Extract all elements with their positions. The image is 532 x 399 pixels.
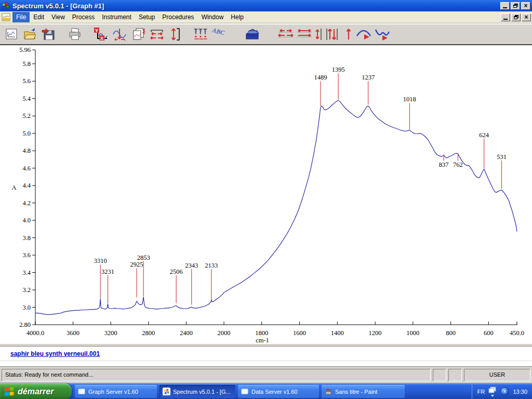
- shift-up-icon: [345, 27, 352, 42]
- stretch-horizontal-button[interactable]: [295, 25, 314, 44]
- task-button-window[interactable]: Graph Server v1.60: [75, 385, 157, 398]
- save-button[interactable]: [39, 25, 58, 44]
- start-button[interactable]: démarrer: [0, 383, 72, 399]
- keyboard-layout-widget[interactable]: [488, 387, 497, 397]
- expand-x-button[interactable]: [148, 25, 166, 44]
- mdi-minimize-button[interactable]: [501, 14, 510, 21]
- mdi-window-controls: ×: [500, 14, 531, 21]
- windows-flag-icon: [4, 387, 15, 397]
- status-panel-1: [433, 369, 446, 381]
- minimize-button[interactable]: [500, 2, 510, 10]
- print-button[interactable]: [65, 25, 84, 44]
- peak-label: 531: [497, 153, 507, 161]
- x-tick-label: 2000: [218, 329, 231, 337]
- x-tick-label: 800: [446, 329, 456, 337]
- menu-item-file[interactable]: File: [12, 12, 30, 22]
- peak-label: 1018: [403, 96, 416, 103]
- menu-item-edit[interactable]: Edit: [30, 12, 48, 22]
- x-tick-label: 2800: [142, 329, 155, 337]
- restore-button[interactable]: [511, 2, 520, 10]
- process-arc-button[interactable]: [354, 25, 373, 44]
- y-tick-label: 5.6: [22, 77, 31, 85]
- shift-left-right-icon: [277, 27, 294, 42]
- x-tick-label: 600: [484, 329, 494, 337]
- graph-document-icon[interactable]: [2, 13, 10, 21]
- task-button-window[interactable]: Data Server v1.60: [238, 385, 319, 398]
- label-text-button[interactable]: ABC: [210, 25, 229, 44]
- process-curve-button[interactable]: [373, 25, 392, 44]
- y-axis-title: A: [11, 184, 16, 191]
- close-button[interactable]: ×: [521, 2, 530, 10]
- shift-left-right-button[interactable]: [276, 25, 295, 44]
- y-tick-label: 2.80: [19, 321, 31, 328]
- peak-label: 1237: [362, 74, 375, 81]
- menu-item-window[interactable]: Window: [198, 12, 228, 22]
- peak-label: 837: [439, 161, 449, 168]
- x-tick-label: 3200: [104, 329, 117, 337]
- menu-item-view[interactable]: View: [48, 12, 69, 22]
- task-button-paint[interactable]: Sans titre - Paint: [322, 385, 405, 398]
- keyboard-layout-icon: [488, 387, 496, 394]
- y-tick-label: 4.6: [22, 165, 31, 172]
- file-panel-inner: saphir bleu synth verneuil.001: [0, 346, 532, 366]
- save-floppy-icon: [42, 27, 56, 42]
- menu-item-setup[interactable]: Setup: [135, 12, 158, 22]
- stretch-horizontal-icon: [296, 27, 313, 42]
- menu-item-help[interactable]: Help: [227, 12, 247, 22]
- y-tick-label: 3.6: [22, 251, 31, 259]
- spectrum-chart[interactable]: 5.965.85.65.45.25.04.84.64.44.24.03.83.6…: [0, 45, 532, 344]
- menu-item-procedures[interactable]: Procedures: [158, 12, 197, 22]
- format-xy-button[interactable]: YX: [91, 25, 110, 44]
- y-tick-label: 4.8: [22, 147, 31, 154]
- y-tick-label: 3.4: [22, 269, 31, 276]
- y-tick-label: 3.2: [22, 286, 31, 294]
- x-tick-label: 1200: [369, 329, 382, 337]
- autoscale-curve-icon: [112, 27, 127, 42]
- filename-link[interactable]: saphir bleu synth verneuil.001: [10, 350, 100, 357]
- y-tick-label: 4.4: [22, 182, 31, 189]
- chevron-down-icon: [491, 395, 494, 397]
- mdi-close-button[interactable]: ×: [522, 14, 531, 21]
- svg-text:Y: Y: [95, 28, 98, 33]
- expand-y-button[interactable]: [166, 25, 185, 44]
- new-graph-icon: [4, 27, 19, 42]
- menu-bar: FileEditViewProcessInstrumentSetupProced…: [0, 11, 532, 23]
- peak-label: 1489: [314, 74, 327, 81]
- nudge-vertical-button[interactable]: [314, 25, 324, 44]
- system-tray: FR ‹ 13:30: [472, 383, 532, 399]
- compare-graphs-button[interactable]: [129, 25, 148, 44]
- menu-item-instrument[interactable]: Instrument: [98, 12, 135, 22]
- y-tick-label: 5.4: [22, 95, 31, 102]
- x-tick-label: 1600: [293, 329, 306, 337]
- peak-label: 2925: [130, 261, 143, 268]
- y-tick-label: 3.0: [22, 304, 31, 311]
- shift-up-down-button[interactable]: [324, 25, 343, 44]
- mdi-restore-button[interactable]: [511, 14, 521, 21]
- language-bar-options-icon[interactable]: ‹: [500, 387, 509, 396]
- chart-canvas: 5.965.85.65.45.25.04.84.64.44.24.03.83.6…: [0, 45, 532, 344]
- y-tick-label: 4.2: [22, 200, 31, 207]
- peak-label-button[interactable]: [191, 25, 210, 44]
- axes-xy-icon: YX: [94, 27, 108, 42]
- spectrum-logo-icon: [2, 2, 10, 10]
- new-graph-button[interactable]: [2, 25, 21, 44]
- peak-label: 3310: [94, 257, 107, 264]
- process-arc-icon: [355, 27, 373, 42]
- x-tick-label: 1400: [331, 329, 344, 337]
- shift-up-button[interactable]: [343, 25, 354, 44]
- status-message: Status: Ready for next command...: [2, 369, 431, 381]
- menu-item-process[interactable]: Process: [69, 12, 98, 22]
- toolbox-button[interactable]: [243, 25, 262, 44]
- y-tick-label: 5.8: [22, 60, 31, 68]
- y-tick-label: 5.0: [22, 130, 31, 137]
- autoscale-button[interactable]: [110, 25, 129, 44]
- open-button[interactable]: [21, 25, 39, 44]
- close-icon: ×: [524, 3, 527, 9]
- toolbar: YX ABC: [0, 24, 532, 45]
- x-tick-label: 3600: [66, 329, 79, 337]
- print-icon: [68, 27, 82, 42]
- task-button-spectrum[interactable]: Spectrum v5.0.1 - [G...: [159, 385, 235, 398]
- x-tick-label: 450.0: [510, 329, 524, 337]
- clock: 13:30: [513, 389, 527, 395]
- language-indicator[interactable]: FR: [477, 389, 485, 395]
